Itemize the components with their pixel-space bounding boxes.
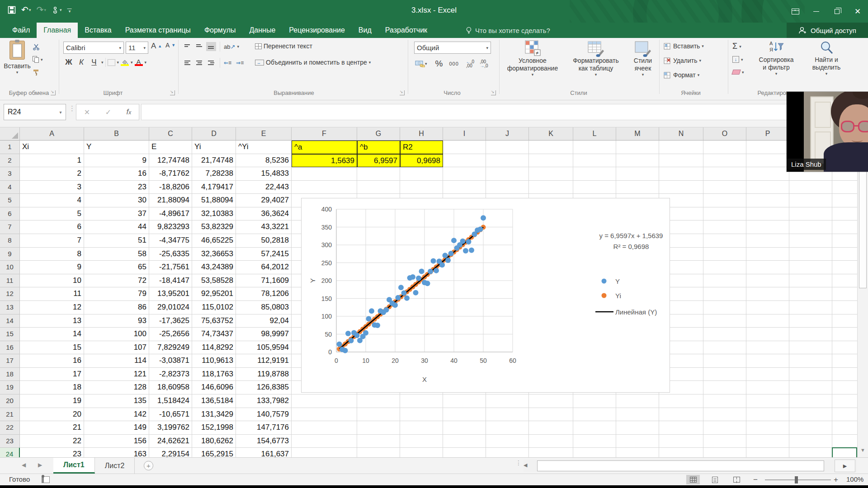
cell-I4[interactable] — [443, 181, 486, 194]
cell-O9[interactable] — [703, 248, 746, 261]
cell-F3[interactable] — [292, 167, 357, 181]
cell-E8[interactable]: 50,2818 — [236, 234, 292, 248]
cell-A10[interactable]: 9 — [20, 261, 84, 274]
name-box[interactable]: R24 ▾ — [4, 104, 66, 120]
cell-L1[interactable] — [573, 141, 616, 154]
cell-D11[interactable]: 53,58528 — [192, 274, 236, 288]
cell-O10[interactable] — [703, 261, 746, 274]
cell-C15[interactable]: -25,2656 — [149, 328, 192, 341]
cell-D13[interactable]: 115,0102 — [192, 301, 236, 314]
cell-P6[interactable] — [746, 207, 789, 221]
cell-B20[interactable]: 135 — [84, 394, 149, 408]
ribbon-tab-3[interactable]: Разметка страницы — [118, 23, 198, 38]
cell-G22[interactable] — [357, 421, 400, 435]
cell-C2[interactable]: 12,74748 — [149, 154, 192, 168]
cell-A24[interactable]: 23 — [20, 448, 84, 457]
align-right-icon[interactable] — [206, 58, 216, 67]
row-header-16[interactable]: 16 — [0, 341, 20, 355]
cell-P15[interactable] — [746, 328, 789, 341]
cell-F22[interactable] — [292, 421, 357, 435]
normal-view-button[interactable] — [686, 475, 700, 484]
cell-B18[interactable]: 121 — [84, 368, 149, 381]
format-painter-button[interactable] — [33, 69, 40, 76]
cell-Q21[interactable] — [789, 408, 832, 422]
zoom-slider-thumb[interactable] — [795, 476, 798, 483]
cell-A2[interactable]: 1 — [20, 154, 84, 168]
cell-O7[interactable] — [703, 221, 746, 234]
cell-F4[interactable] — [292, 181, 357, 194]
cell-D9[interactable]: 32,36653 — [192, 248, 236, 261]
cell-N21[interactable] — [659, 408, 703, 422]
row-header-4[interactable]: 4 — [0, 181, 20, 194]
cell-C7[interactable]: 9,823293 — [149, 221, 192, 234]
cell-L24[interactable] — [573, 448, 616, 457]
cell-P4[interactable] — [746, 181, 789, 194]
alignment-dialog-launcher-icon[interactable]: ↘ — [400, 90, 405, 95]
cell-B22[interactable]: 149 — [84, 421, 149, 435]
cell-D17[interactable]: 110,9613 — [192, 354, 236, 368]
cell-M22[interactable] — [616, 421, 659, 435]
row-header-21[interactable]: 21 — [0, 408, 20, 422]
row-header-11[interactable]: 11 — [0, 274, 20, 288]
cell-B9[interactable]: 58 — [84, 248, 149, 261]
row-header-20[interactable]: 20 — [0, 394, 20, 408]
cell-A15[interactable]: 14 — [20, 328, 84, 341]
cell-styles-button[interactable]: Стили ячеек ▾ — [629, 40, 656, 87]
cell-B6[interactable]: 37 — [84, 207, 149, 221]
confirm-entry-icon[interactable]: ✓ — [105, 108, 111, 117]
vertical-scrollbar[interactable]: ▲ ▼ — [857, 127, 868, 457]
align-left-icon[interactable] — [183, 58, 193, 67]
cell-O5[interactable] — [703, 194, 746, 207]
cell-A9[interactable]: 8 — [20, 248, 84, 261]
cell-E13[interactable]: 85,0803 — [236, 301, 292, 314]
sheet-nav-prev-icon[interactable]: ◀ — [22, 462, 26, 468]
cell-Q11[interactable] — [789, 274, 832, 288]
row-header-7[interactable]: 7 — [0, 221, 20, 234]
row-header-9[interactable]: 9 — [0, 248, 20, 261]
cell-C18[interactable]: -2,82373 — [149, 368, 192, 381]
cell-B1[interactable]: Y — [84, 141, 149, 154]
row-header-22[interactable]: 22 — [0, 421, 20, 435]
row-header-19[interactable]: 19 — [0, 381, 20, 394]
cell-J22[interactable] — [486, 421, 529, 435]
sort-filter-button[interactable]: АЯ Сортировка и фильтр ▾ — [751, 40, 801, 87]
cell-Q9[interactable] — [789, 248, 832, 261]
fill-color-caret-icon[interactable]: ▾ — [131, 60, 133, 65]
cell-I20[interactable] — [443, 394, 486, 408]
clipboard-dialog-launcher-icon[interactable]: ↘ — [51, 90, 56, 95]
cell-Q8[interactable] — [789, 234, 832, 248]
cell-F20[interactable] — [292, 394, 357, 408]
tabbar-splitter[interactable]: ⋮ — [515, 461, 522, 465]
ribbon-tab-7[interactable]: Вид — [352, 23, 378, 38]
cell-Q16[interactable] — [789, 341, 832, 355]
cell-M1[interactable] — [616, 141, 659, 154]
fill-color-button[interactable] — [121, 59, 129, 66]
tell-me-box[interactable]: Что вы хотите сделать? — [466, 23, 550, 38]
cell-E20[interactable]: 133,7982 — [236, 394, 292, 408]
cell-J4[interactable] — [486, 181, 529, 194]
cell-E24[interactable]: 161,637 — [236, 448, 292, 457]
cell-G4[interactable] — [357, 181, 400, 194]
cell-Q5[interactable] — [789, 194, 832, 207]
cell-D18[interactable]: 118,1763 — [192, 368, 236, 381]
row-header-23[interactable]: 23 — [0, 435, 20, 448]
cell-B10[interactable]: 65 — [84, 261, 149, 274]
sheet-tab-0[interactable]: Лист1 — [53, 458, 95, 474]
cell-A5[interactable]: 4 — [20, 194, 84, 207]
vertical-scroll-thumb[interactable] — [859, 153, 867, 288]
cell-Q12[interactable] — [789, 287, 832, 301]
column-header-K[interactable]: K — [529, 127, 573, 141]
cell-M3[interactable] — [616, 167, 659, 181]
row-header-12[interactable]: 12 — [0, 287, 20, 301]
ribbon-tab-2[interactable]: Вставка — [78, 23, 118, 38]
orientation-caret-icon[interactable]: ▾ — [237, 44, 239, 49]
cell-P3[interactable] — [746, 167, 789, 181]
font-color-button[interactable]: А — [135, 59, 143, 66]
number-dialog-launcher-icon[interactable]: ↘ — [491, 90, 496, 95]
delete-cells-button[interactable]: Удалить ▾ — [664, 57, 701, 64]
cell-M20[interactable] — [616, 394, 659, 408]
cell-E21[interactable]: 140,7579 — [236, 408, 292, 422]
cell-D22[interactable]: 152,1998 — [192, 421, 236, 435]
cell-E23[interactable]: 154,6773 — [236, 435, 292, 448]
cell-P23[interactable] — [746, 435, 789, 448]
